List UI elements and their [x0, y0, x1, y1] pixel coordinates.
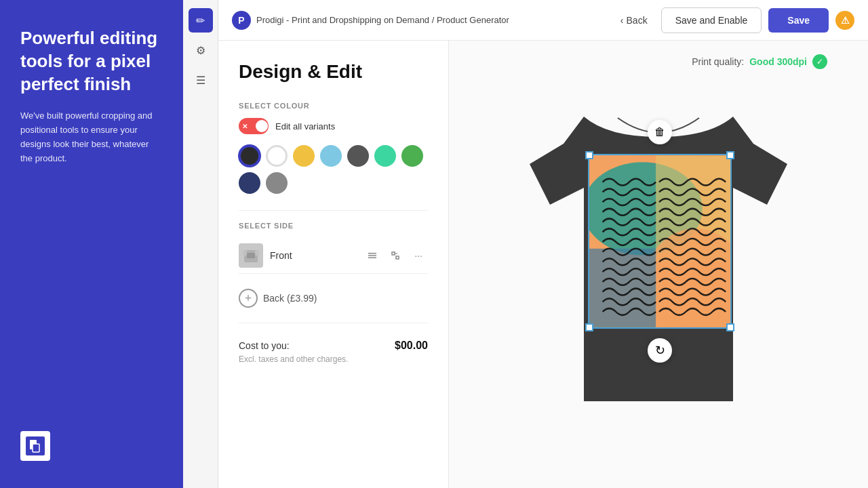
content-area: Design & Edit SELECT COLOUR ✕ Edit all v… — [218, 41, 868, 488]
back-label: Back — [627, 15, 648, 26]
colour-swatch-1[interactable] — [239, 145, 260, 167]
trash-icon: 🗑 — [654, 126, 665, 138]
design-overlay[interactable]: 🗑 ↻ — [588, 154, 732, 329]
sidebar-headline: Powerful editing tools for a pixel perfe… — [20, 27, 163, 96]
brand-bar: P Prodigi - Print and Dropshipping on De… — [232, 11, 614, 30]
colour-grid — [239, 145, 428, 194]
quality-check-icon: ✓ — [812, 54, 827, 69]
svg-rect-1 — [33, 444, 39, 452]
add-circle-icon: + — [239, 289, 258, 308]
cost-row: Cost to you: $00.00 — [239, 340, 428, 352]
logo — [20, 431, 50, 461]
sidebar-description: We've built powerful cropping and positi… — [20, 109, 163, 165]
back-chevron-icon: ‹ — [620, 15, 624, 26]
sliders-tool-button[interactable]: ⚙ — [189, 38, 213, 62]
front-thumbnail — [239, 243, 263, 268]
svg-rect-3 — [243, 250, 247, 256]
cost-label: Cost to you: — [239, 340, 290, 351]
divider-2 — [239, 323, 428, 323]
handle-bottom-left[interactable] — [585, 323, 593, 331]
colour-swatch-5[interactable] — [347, 145, 369, 167]
rotate-design-button[interactable]: ↻ — [648, 338, 672, 363]
top-bar: P Prodigi - Print and Dropshipping on De… — [218, 0, 868, 41]
print-quality-value: Good 300dpi — [749, 56, 807, 67]
svg-rect-9 — [392, 252, 395, 255]
edit-variants-row: ✕ Edit all variants — [239, 118, 428, 134]
pencil-tool-button[interactable]: ✏ — [189, 8, 213, 33]
svg-rect-8 — [368, 258, 376, 259]
promo-sidebar: Powerful editing tools for a pixel perfe… — [0, 0, 183, 488]
save-enable-button[interactable]: Save and Enable — [661, 7, 762, 33]
select-colour-label: SELECT COLOUR — [239, 102, 428, 110]
cost-value: $00.00 — [395, 340, 428, 352]
more-options-icon[interactable]: ··· — [409, 246, 428, 265]
svg-rect-4 — [255, 250, 259, 256]
print-quality-bar: Print quality: Good 300dpi ✓ — [692, 54, 827, 69]
svg-rect-6 — [368, 253, 376, 254]
list-tool-button[interactable]: ☰ — [189, 68, 213, 92]
delete-design-button[interactable]: 🗑 — [648, 120, 672, 144]
front-side-name: Front — [270, 250, 356, 261]
front-side-row: Front — [239, 238, 428, 274]
back-button[interactable]: ‹ Back — [614, 11, 654, 30]
main-content: P Prodigi - Print and Dropshipping on De… — [218, 0, 868, 488]
product-preview: Print quality: Good 300dpi ✓ — [449, 41, 868, 488]
add-back-button[interactable]: + Back (£3.99) — [239, 285, 317, 312]
print-quality-label: Print quality: — [692, 56, 744, 67]
colour-swatch-6[interactable] — [374, 145, 396, 167]
align-icon[interactable] — [363, 246, 382, 265]
logo-icon — [26, 436, 45, 455]
resize-icon[interactable] — [386, 246, 405, 265]
add-back-label: Back (£3.99) — [263, 293, 317, 304]
brand-icon: P — [232, 11, 251, 30]
front-side-actions: ··· — [363, 246, 428, 265]
svg-rect-7 — [368, 255, 376, 256]
select-side-label: SELECT SIDE — [239, 222, 428, 230]
tshirt-preview[interactable]: 🗑 ↻ — [509, 76, 808, 428]
tool-sidebar: ✏ ⚙ ☰ — [183, 0, 218, 488]
rotate-icon: ↻ — [655, 343, 665, 358]
cost-note: Excl. taxes and other charges. — [239, 354, 428, 364]
colour-swatch-2[interactable] — [266, 145, 288, 167]
colour-swatch-4[interactable] — [320, 145, 342, 167]
colour-swatch-8[interactable] — [239, 172, 260, 194]
toggle-x-icon: ✕ — [242, 123, 248, 130]
save-button[interactable]: Save — [768, 8, 829, 33]
panel-title: Design & Edit — [239, 61, 428, 83]
colour-swatch-9[interactable] — [266, 172, 288, 194]
handle-bottom-right[interactable] — [726, 323, 734, 331]
edit-variants-label: Edit all variants — [275, 121, 335, 131]
handle-top-left[interactable] — [585, 151, 593, 159]
svg-rect-10 — [396, 256, 399, 259]
app-title: Prodigi - Print and Dropshipping on Dema… — [256, 15, 509, 25]
handle-top-right[interactable] — [726, 151, 734, 159]
divider-1 — [239, 210, 428, 211]
colour-swatch-7[interactable] — [401, 145, 423, 167]
svg-rect-5 — [247, 253, 255, 258]
warning-icon[interactable]: ⚠ — [835, 11, 854, 30]
top-bar-actions: ‹ Back Save and Enable Save ⚠ — [614, 7, 854, 33]
design-panel: Design & Edit SELECT COLOUR ✕ Edit all v… — [218, 41, 449, 488]
colour-swatch-3[interactable] — [293, 145, 315, 167]
edit-variants-toggle[interactable]: ✕ — [239, 118, 269, 134]
